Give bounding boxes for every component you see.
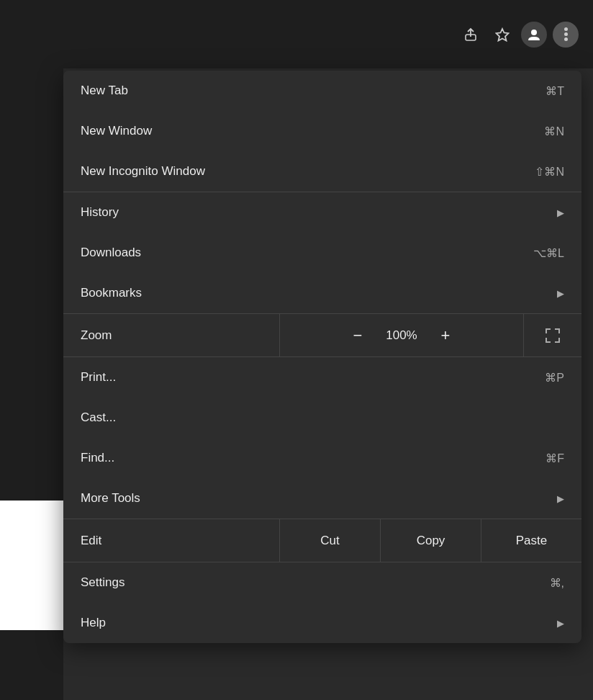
browser-bar	[0, 0, 593, 68]
menu-item-find[interactable]: Find... ⌘F	[63, 438, 581, 478]
svg-point-3	[564, 27, 568, 31]
menu-item-settings[interactable]: Settings ⌘,	[63, 562, 581, 603]
menu-item-new-tab[interactable]: New Tab ⌘T	[63, 71, 581, 111]
more-button[interactable]	[553, 22, 579, 48]
edit-row: Edit Cut Copy Paste	[63, 519, 581, 562]
menu-item-help[interactable]: Help ▶	[63, 603, 581, 643]
svg-point-4	[564, 32, 568, 36]
menu-item-bookmarks[interactable]: Bookmarks ▶	[63, 273, 581, 313]
fullscreen-button[interactable]	[524, 314, 581, 356]
svg-point-2	[531, 30, 537, 35]
zoom-in-button[interactable]: +	[433, 323, 458, 349]
zoom-out-button[interactable]: −	[345, 323, 371, 349]
svg-point-5	[564, 37, 568, 41]
menu-item-more-tools[interactable]: More Tools ▶	[63, 478, 581, 519]
menu-section-nav: History ▶ Downloads ⌥⌘L Bookmarks ▶	[63, 192, 581, 314]
menu-section-settings: Settings ⌘, Help ▶	[63, 562, 581, 643]
menu-item-print[interactable]: Print... ⌘P	[63, 357, 581, 398]
menu-section-tools: Print... ⌘P Cast... Find... ⌘F More Tool…	[63, 357, 581, 519]
menu-item-new-window[interactable]: New Window ⌘N	[63, 111, 581, 151]
zoom-controls: − 100% +	[279, 314, 524, 356]
menu-item-history[interactable]: History ▶	[63, 192, 581, 233]
paste-button[interactable]: Paste	[481, 519, 581, 562]
zoom-value: 100%	[384, 328, 420, 343]
profile-button[interactable]	[521, 22, 547, 48]
share-button[interactable]	[458, 22, 484, 48]
menu-section-new: New Tab ⌘T New Window ⌘N New Incognito W…	[63, 71, 581, 192]
svg-marker-1	[497, 29, 509, 41]
zoom-row: Zoom − 100% +	[63, 314, 581, 357]
content-area	[0, 501, 63, 630]
cut-button[interactable]: Cut	[279, 519, 380, 562]
menu-item-cast[interactable]: Cast...	[63, 398, 581, 438]
dropdown-menu: New Tab ⌘T New Window ⌘N New Incognito W…	[63, 71, 581, 643]
menu-item-new-incognito[interactable]: New Incognito Window ⇧⌘N	[63, 151, 581, 192]
bookmark-button[interactable]	[489, 22, 515, 48]
copy-button[interactable]: Copy	[380, 519, 481, 562]
zoom-label: Zoom	[63, 328, 279, 343]
edit-label: Edit	[63, 534, 279, 548]
menu-item-downloads[interactable]: Downloads ⌥⌘L	[63, 233, 581, 273]
